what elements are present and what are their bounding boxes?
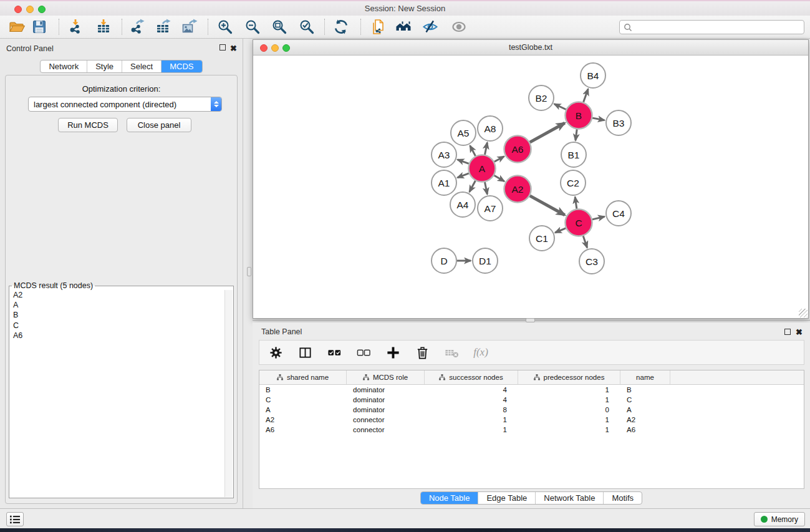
graph-node-B3[interactable]: B3 xyxy=(606,110,631,135)
tab-select[interactable]: Select xyxy=(122,60,161,72)
table-row-a2[interactable]: A2connector11A2 xyxy=(259,415,804,425)
tab-network-table[interactable]: Network Table xyxy=(535,492,603,504)
graph-node-B1[interactable]: B1 xyxy=(561,142,586,167)
table-cell[interactable]: dominator xyxy=(347,395,425,405)
graph-node-A6[interactable]: A6 xyxy=(504,136,531,163)
window-resize-grip[interactable] xyxy=(799,309,808,317)
delete-table-button[interactable] xyxy=(444,345,459,360)
graph-edge-A-A8[interactable] xyxy=(485,143,488,155)
table-row-b[interactable]: Bdominator41B xyxy=(259,385,804,395)
graph-edge-A2-C[interactable] xyxy=(530,196,565,215)
table-cell[interactable]: 0 xyxy=(518,405,620,415)
result-list-scrollbar[interactable] xyxy=(224,290,233,497)
table-float-panel-icon[interactable] xyxy=(784,329,791,335)
deselect-all-button[interactable] xyxy=(356,345,371,360)
graph-edge-A-A2[interactable] xyxy=(494,175,504,181)
graph-edge-B-B3[interactable] xyxy=(592,118,604,120)
table-cell[interactable]: dominator xyxy=(347,405,425,415)
graph-node-B[interactable]: B xyxy=(566,102,592,129)
function-builder-button[interactable]: f(x) xyxy=(473,345,488,360)
graph-node-A1[interactable]: A1 xyxy=(432,170,456,195)
graph-node-A4[interactable]: A4 xyxy=(450,192,475,217)
table-cell[interactable]: 4 xyxy=(425,385,518,395)
graph-edge-A-A3[interactable] xyxy=(458,160,469,164)
table-cell[interactable]: C xyxy=(620,395,670,405)
tab-node-table[interactable]: Node Table xyxy=(421,492,478,504)
zoom-selected-button[interactable] xyxy=(296,17,318,36)
tab-style[interactable]: Style xyxy=(87,60,122,72)
table-cell[interactable]: A xyxy=(620,405,670,415)
export-table-button[interactable] xyxy=(152,17,174,36)
graph-node-A7[interactable]: A7 xyxy=(478,196,503,221)
horizontal-splitter-grip[interactable] xyxy=(526,318,535,322)
table-cell[interactable]: A xyxy=(259,405,347,415)
table-cell[interactable]: B xyxy=(259,385,347,395)
graph-edge-A-A5[interactable] xyxy=(470,145,476,156)
search-input[interactable] xyxy=(632,21,804,34)
table-cell[interactable]: 4 xyxy=(425,395,518,405)
import-network-button[interactable] xyxy=(64,17,87,36)
table-cell[interactable]: 1 xyxy=(425,415,518,425)
table-cell[interactable]: A6 xyxy=(620,425,670,435)
delete-columns-button[interactable] xyxy=(415,345,430,360)
table-cell[interactable]: connector xyxy=(347,425,425,435)
graph-edge-A-A6[interactable] xyxy=(494,157,504,162)
tab-edge-table[interactable]: Edge Table xyxy=(478,492,535,504)
graph-node-C3[interactable]: C3 xyxy=(579,249,604,274)
hide-panels-button[interactable] xyxy=(419,17,441,36)
graph-edge-A-A7[interactable] xyxy=(485,182,488,195)
table-cell[interactable]: dominator xyxy=(347,385,425,395)
table-row-c[interactable]: Cdominator41C xyxy=(259,395,804,405)
graph-edge-C-C2[interactable] xyxy=(575,197,577,209)
graph-node-B2[interactable]: B2 xyxy=(529,85,554,110)
save-session-button[interactable] xyxy=(28,17,51,36)
graph-node-A2[interactable]: A2 xyxy=(504,176,531,203)
table-cell[interactable]: C xyxy=(259,395,347,405)
column-header-predecessor-nodes[interactable]: predecessor nodes xyxy=(518,370,620,384)
show-panels-button[interactable] xyxy=(448,17,470,36)
table-cell[interactable]: 1 xyxy=(425,425,518,435)
close-panel-button[interactable]: Close panel xyxy=(127,118,191,132)
graph-node-C4[interactable]: C4 xyxy=(606,201,631,226)
graph-node-A[interactable]: A xyxy=(469,155,496,182)
browser-home-button[interactable] xyxy=(392,17,415,36)
column-header-shared-name[interactable]: shared name xyxy=(259,370,347,384)
table-cell[interactable]: 1 xyxy=(518,395,620,405)
float-panel-icon[interactable] xyxy=(219,44,226,51)
close-panel-icon[interactable]: ✖ xyxy=(230,46,237,52)
graph-edge-A-A4[interactable] xyxy=(470,181,476,192)
zoom-fit-button[interactable] xyxy=(268,17,291,36)
table-cell[interactable]: 1 xyxy=(518,385,620,395)
column-header-mcds-role[interactable]: MCDS role xyxy=(347,370,425,384)
graph-node-A5[interactable]: A5 xyxy=(451,120,476,145)
table-cell[interactable]: A2 xyxy=(259,415,347,425)
column-header-successor-nodes[interactable]: successor nodes xyxy=(425,370,518,384)
network-window-titlebar[interactable]: testGlobe.txt xyxy=(253,40,808,56)
export-network-button[interactable] xyxy=(125,17,148,36)
tab-mcds[interactable]: MCDS xyxy=(161,60,201,72)
graph-edge-C-C4[interactable] xyxy=(592,216,605,220)
tab-network[interactable]: Network xyxy=(41,60,87,72)
graph-node-A3[interactable]: A3 xyxy=(432,142,456,167)
task-history-button[interactable] xyxy=(6,512,24,526)
graph-node-C[interactable]: C xyxy=(566,210,592,236)
graph-node-D[interactable]: D xyxy=(432,248,456,273)
graph-edge-A6-B[interactable] xyxy=(530,123,565,142)
refresh-network-button[interactable] xyxy=(330,17,352,36)
graph-node-A8[interactable]: A8 xyxy=(478,116,503,141)
graph-node-D1[interactable]: D1 xyxy=(473,248,498,273)
zoom-in-button[interactable] xyxy=(214,17,236,36)
result-list-item[interactable]: C xyxy=(10,321,224,331)
table-cell[interactable]: A6 xyxy=(259,425,347,435)
graph-edge-C-C1[interactable] xyxy=(555,228,566,233)
export-image-button[interactable] xyxy=(178,17,201,36)
table-cell[interactable]: connector xyxy=(347,415,425,425)
zoom-out-button[interactable] xyxy=(241,17,264,36)
graph-edge-A-A1[interactable] xyxy=(458,173,469,178)
result-list-item[interactable]: B xyxy=(10,310,224,320)
memory-button[interactable]: Memory xyxy=(754,512,805,526)
search-field[interactable] xyxy=(619,20,804,34)
table-row-a[interactable]: Adominator80A xyxy=(259,405,804,415)
column-header-name[interactable]: name xyxy=(620,370,670,384)
result-list-item[interactable]: A6 xyxy=(10,331,224,341)
